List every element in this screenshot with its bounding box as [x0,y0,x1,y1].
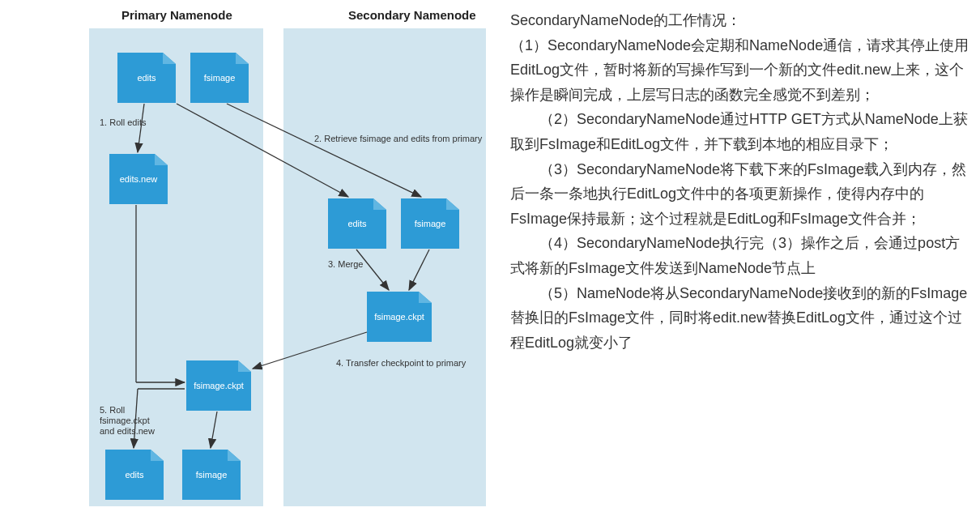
step-2-label: 2. Retrieve fsimage and edits from prima… [314,134,482,144]
desc-p2: （2）SecondaryNameNode通过HTTP GET方式从NameNod… [510,107,972,156]
desc-p3: （3）SecondaryNameNode将下载下来的FsImage载入到内存，然… [510,157,972,232]
desc-p4: （4）SecondaryNameNode执行完（3）操作之后，会通过post方式… [510,231,972,280]
panel-secondary [283,28,486,506]
step-3-label: 3. Merge [328,259,363,270]
step-5-label: 5. Roll fsimage.ckpt and edits.new [100,405,155,437]
node-p-edits-bottom: edits [105,450,164,500]
diagram-container: Primary Namenode Secondary Namenode edit… [8,8,494,510]
node-s-fsimage-ckpt: fsimage.ckpt [367,292,432,342]
header-primary: Primary Namenode [121,8,232,22]
step-1-label: 1. Roll edits [100,117,146,128]
node-p-fsimage-ckpt: fsimage.ckpt [186,360,251,411]
node-s-edits: edits [328,198,386,249]
node-p-edits-new: edits.new [109,154,168,204]
node-p-fsimage-bottom: fsimage [182,450,241,500]
step-4-label: 4. Transfer checkpoint to primary [336,358,466,369]
header-secondary: Secondary Namenode [348,8,476,22]
node-p-fsimage-top: fsimage [190,53,249,103]
desc-title: SecondaryNameNode的工作情况： [510,8,972,33]
desc-p1: （1）SecondaryNameNode会定期和NameNode通信，请求其停止… [510,33,972,108]
node-p-edits-top: edits [117,53,176,103]
description-text: SecondaryNameNode的工作情况： （1）SecondaryName… [510,8,972,510]
desc-p5: （5）NameNode将从SecondaryNameNode接收到的新的FsIm… [510,281,972,356]
node-s-fsimage: fsimage [401,198,459,249]
